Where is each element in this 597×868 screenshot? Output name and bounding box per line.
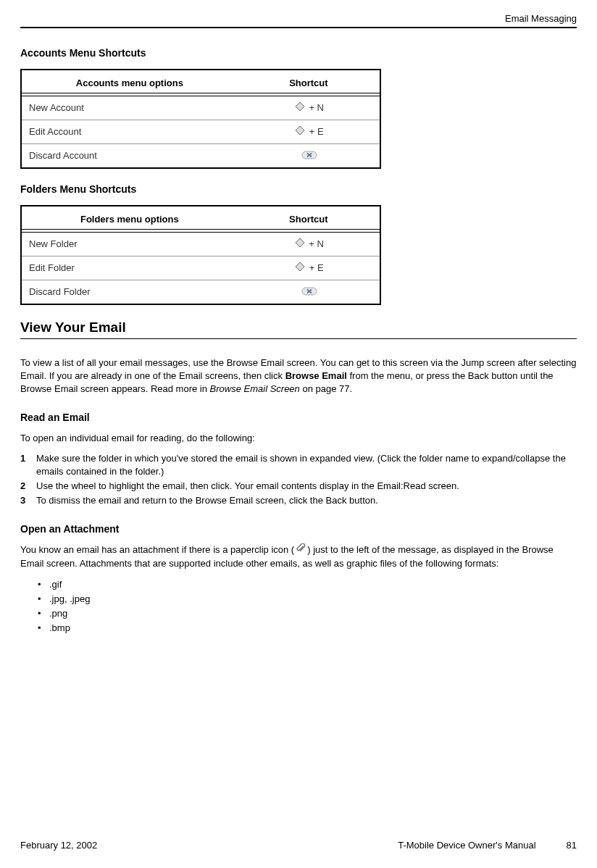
read-email-steps: 1Make sure the folder in which you've st… <box>20 452 577 507</box>
accounts-col1-header: Accounts menu options <box>21 70 238 93</box>
diamond-icon <box>295 125 305 138</box>
folders-col1-header: Folders menu options <box>21 206 238 230</box>
accounts-table: Accounts menu options Shortcut New Accou… <box>20 69 381 169</box>
attachment-heading: Open an Attachment <box>20 523 577 535</box>
footer-date: February 12, 2002 <box>20 840 97 851</box>
folders-shortcut-2 <box>238 280 380 305</box>
table-row: Edit Folder + E <box>21 256 380 280</box>
accounts-shortcut-0: + N <box>238 96 380 120</box>
folders-option-2: Discard Folder <box>21 280 238 305</box>
delete-icon <box>301 151 317 162</box>
accounts-col2-header: Shortcut <box>238 70 380 93</box>
table-row: New Account + N <box>21 96 380 120</box>
delete-icon <box>301 287 317 298</box>
folders-table: Folders menu options Shortcut New Folder… <box>20 205 381 305</box>
list-item: 3To dismiss the email and return to the … <box>20 494 577 507</box>
folders-option-1: Edit Folder <box>21 256 238 280</box>
top-divider <box>20 27 577 28</box>
folders-shortcut-0: + N <box>238 233 380 256</box>
folders-col2-header: Shortcut <box>238 206 380 230</box>
footer-page: 81 <box>567 840 577 851</box>
accounts-shortcut-2 <box>238 144 380 169</box>
table-row: Discard Folder <box>21 280 380 305</box>
folders-shortcut-1: + E <box>238 256 380 280</box>
table-row: Edit Account + E <box>21 120 380 144</box>
folders-option-0: New Folder <box>21 233 238 256</box>
diamond-icon <box>295 262 305 274</box>
paperclip-icon <box>296 543 306 557</box>
table-row: Discard Account <box>21 144 380 169</box>
read-email-intro: To open an individual email for reading,… <box>20 432 577 445</box>
list-item: 2Use the wheel to highlight the email, t… <box>20 480 577 493</box>
header-section-title: Email Messaging <box>20 13 577 27</box>
accounts-option-2: Discard Account <box>21 144 238 169</box>
view-email-body: To view a list of all your email message… <box>20 356 577 396</box>
page-footer: February 12, 2002 T-Mobile Device Owner'… <box>20 840 577 851</box>
accounts-heading: Accounts Menu Shortcuts <box>20 47 577 59</box>
diamond-icon <box>295 238 305 250</box>
list-item: .png <box>38 606 577 621</box>
list-item: .gif <box>38 577 577 592</box>
folders-heading: Folders Menu Shortcuts <box>20 183 577 195</box>
list-item: .bmp <box>38 621 577 635</box>
read-email-heading: Read an Email <box>20 412 577 423</box>
list-item: 1Make sure the folder in which you've st… <box>20 452 577 478</box>
attachment-formats: .gif .jpg, .jpeg .png .bmp <box>20 577 577 636</box>
accounts-shortcut-1: + E <box>238 120 380 144</box>
view-email-heading: View Your Email <box>20 320 577 339</box>
attachment-body: You know an email has an attachment if t… <box>20 543 577 570</box>
list-item: .jpg, .jpeg <box>38 592 577 606</box>
accounts-option-1: Edit Account <box>21 120 238 144</box>
accounts-option-0: New Account <box>21 96 238 120</box>
table-row: New Folder + N <box>21 233 380 256</box>
diamond-icon <box>295 101 305 114</box>
footer-manual: T-Mobile Device Owner's Manual <box>398 840 535 851</box>
